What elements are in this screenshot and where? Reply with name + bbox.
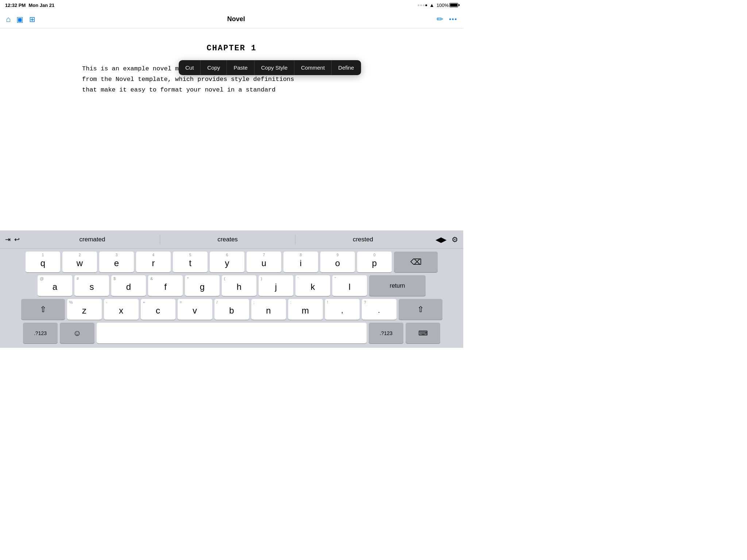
key-p[interactable]: 0 p xyxy=(357,252,392,272)
key-comma[interactable]: ! , xyxy=(325,299,360,320)
key-y[interactable]: 6 y xyxy=(210,252,244,272)
key-d[interactable]: $ d xyxy=(111,275,146,296)
document-title: Novel xyxy=(227,15,245,23)
key-w[interactable]: 2 w xyxy=(62,252,97,272)
key-b[interactable]: / b xyxy=(214,299,249,320)
key-i[interactable]: 8 i xyxy=(283,252,318,272)
context-menu-copy-style[interactable]: Copy Style xyxy=(255,60,295,75)
sidebar-icon[interactable]: ▣ xyxy=(16,15,23,24)
document-area[interactable]: CHAPTER 1 This is an example novel manus… xyxy=(0,29,463,171)
emoji-key[interactable]: ☺ xyxy=(60,323,94,343)
numstr-key-left[interactable]: .?123 xyxy=(23,323,58,343)
key-m[interactable]: : m xyxy=(288,299,323,320)
chapter-heading: CHAPTER 1 xyxy=(207,44,257,53)
key-l[interactable]: " l xyxy=(332,275,367,296)
key-t[interactable]: 5 t xyxy=(173,252,208,272)
pencil-icon[interactable]: ✏ xyxy=(437,15,443,24)
toolbar: ⌂ ▣ ⊞ Novel ✏ ••• xyxy=(0,10,463,28)
key-r[interactable]: 4 r xyxy=(136,252,171,272)
context-menu-copy[interactable]: Copy xyxy=(201,60,227,75)
context-menu: Cut Copy Paste Copy Style Comment Define xyxy=(179,60,361,75)
suggestion-1[interactable]: cremated xyxy=(25,233,160,246)
arrow-left-right-icon[interactable]: ◀▶ xyxy=(436,235,446,244)
context-menu-define[interactable]: Define xyxy=(332,60,361,75)
key-q[interactable]: 1 q xyxy=(26,252,60,272)
grid-icon[interactable]: ⊞ xyxy=(29,15,35,24)
context-menu-comment[interactable]: Comment xyxy=(294,60,332,75)
keys-area: 1 q 2 w 3 e 4 r 5 t 6 y xyxy=(0,249,463,348)
status-bar: 12:32 PM Mon Jan 21 ▲ 100% xyxy=(0,0,463,10)
key-row-2: @ a # s $ d & f * g ( h xyxy=(1,275,462,296)
more-icon[interactable]: ••• xyxy=(449,16,457,23)
key-c[interactable]: + c xyxy=(141,299,175,320)
key-row-1: 1 q 2 w 3 e 4 r 5 t 6 y xyxy=(1,252,462,272)
key-j[interactable]: ) j xyxy=(259,275,293,296)
shift-key-left[interactable]: ⇧ xyxy=(21,299,65,320)
gear-icon[interactable]: ⚙ xyxy=(452,235,458,244)
key-period[interactable]: ? . xyxy=(362,299,396,320)
numstr-key-right[interactable]: .?123 xyxy=(369,323,403,343)
status-date: Mon Jan 21 xyxy=(28,3,54,8)
key-z[interactable]: % z xyxy=(67,299,102,320)
keyboard[interactable]: ⇥ ↩ cremated creates crested ◀▶ ⚙ 1 q 2 … xyxy=(0,230,463,348)
key-o[interactable]: 9 o xyxy=(320,252,355,272)
key-s[interactable]: # s xyxy=(74,275,109,296)
key-f[interactable]: & f xyxy=(148,275,183,296)
battery-indicator: 100% xyxy=(437,3,458,8)
suggestion-3[interactable]: crested xyxy=(295,233,430,246)
shift-key-right[interactable]: ⇧ xyxy=(399,299,442,320)
delete-key[interactable]: ⌫ xyxy=(394,252,438,272)
doc-text-line4: that make it easy to format your novel i… xyxy=(82,86,276,93)
doc-text-line3: from the Novel template, which provides … xyxy=(82,76,294,83)
home-icon[interactable]: ⌂ xyxy=(6,15,11,24)
key-n[interactable]: ; n xyxy=(251,299,286,320)
key-v[interactable]: = v xyxy=(178,299,212,320)
undo-icon[interactable]: ↩ xyxy=(14,236,20,244)
key-e[interactable]: 3 e xyxy=(99,252,134,272)
return-key[interactable]: return xyxy=(369,275,426,296)
suggestion-2[interactable]: creates xyxy=(160,233,295,246)
signal-icon xyxy=(418,4,427,6)
context-menu-paste[interactable]: Paste xyxy=(227,60,254,75)
context-menu-cut[interactable]: Cut xyxy=(179,60,201,75)
space-key[interactable] xyxy=(97,323,367,343)
battery-icon xyxy=(449,3,458,7)
key-x[interactable]: - x xyxy=(104,299,139,320)
status-time: 12:32 PM xyxy=(5,3,26,8)
wifi-icon: ▲ xyxy=(429,2,434,8)
key-a[interactable]: @ a xyxy=(38,275,72,296)
keyboard-hide-key[interactable]: ⌨ xyxy=(406,323,440,343)
key-u[interactable]: 7 u xyxy=(247,252,281,272)
suggestions-bar: ⇥ ↩ cremated creates crested ◀▶ ⚙ xyxy=(0,230,463,249)
key-row-3: ⇧ % z - x + c = v / b ; xyxy=(1,299,462,320)
key-k[interactable]: ' k xyxy=(295,275,330,296)
key-g[interactable]: * g xyxy=(185,275,220,296)
key-h[interactable]: ( h xyxy=(222,275,256,296)
tab-icon[interactable]: ⇥ xyxy=(5,236,11,244)
key-row-4: .?123 ☺ .?123 ⌨ xyxy=(1,323,462,343)
